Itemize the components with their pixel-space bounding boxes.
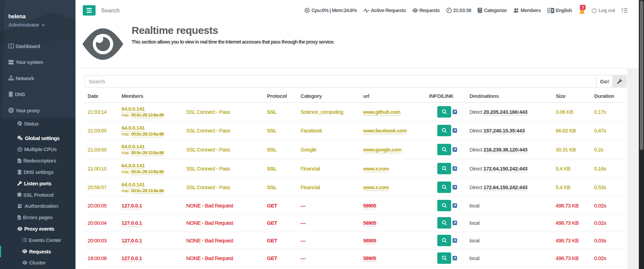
- external-link-button[interactable]: [453, 185, 457, 189]
- external-link-button[interactable]: [453, 166, 457, 171]
- sidebar-item-requests[interactable]: Requests: [0, 246, 75, 257]
- info-search-button[interactable]: [437, 106, 451, 118]
- users-icon: [17, 204, 23, 208]
- sidebar-item-listen-ports[interactable]: Listen ports: [0, 178, 75, 189]
- info-search-button[interactable]: [437, 125, 451, 136]
- member-mac-link[interactable]: 00:0c:29:13:8a:86: [131, 132, 164, 137]
- sidebar-item-your-system[interactable]: Your system: [0, 54, 75, 71]
- external-link-button[interactable]: [453, 147, 457, 152]
- topbar-item-members[interactable]: Members: [513, 8, 541, 13]
- info-search-button[interactable]: [437, 144, 451, 155]
- topbar-item-categorize[interactable]: Categorize: [477, 8, 507, 13]
- url-link[interactable]: 58905: [363, 238, 376, 244]
- sidebar-item-authentication[interactable]: Authentication: [0, 201, 75, 212]
- cell-url: 58905: [360, 197, 426, 214]
- sidebar-item-proxy-events[interactable]: Proxy events: [0, 223, 75, 234]
- cell-size: 498.73 KB: [552, 197, 591, 214]
- member-ip-link[interactable]: 64.0.0.141: [122, 163, 145, 169]
- external-link-button[interactable]: [453, 203, 457, 208]
- url-link[interactable]: www.x.com: [363, 185, 389, 191]
- sidebar-item-network[interactable]: Network: [0, 70, 75, 86]
- url-link[interactable]: 58905: [363, 203, 376, 209]
- topbar-item-active-requests[interactable]: Active Requests: [363, 8, 406, 13]
- member-ip-link[interactable]: 127.0.0.1: [122, 203, 142, 209]
- url-link[interactable]: www.github.com: [363, 109, 400, 115]
- info-search-button[interactable]: [437, 163, 451, 174]
- sidebar-item-your-proxy[interactable]: Your proxy: [0, 102, 75, 119]
- table-search-input[interactable]: [84, 75, 596, 87]
- scrollbar-track[interactable]: [639, 0, 644, 269]
- sidebar-item-dns[interactable]: DNS: [0, 86, 75, 103]
- member-ip-link[interactable]: 64.0.0.141: [122, 106, 145, 112]
- sidebar-item-global-settings[interactable]: Global settings: [0, 132, 75, 144]
- destination-link[interactable]: 172.64.150.242:443: [483, 166, 527, 172]
- member-ip-link[interactable]: 64.0.0.141: [122, 182, 145, 188]
- member-ip-link[interactable]: 64.0.0.141: [122, 143, 145, 150]
- url-link[interactable]: www.google.com: [363, 147, 401, 153]
- external-link-button[interactable]: [453, 256, 457, 260]
- sidebar-item-cluster[interactable]: Cluster: [0, 257, 75, 269]
- info-search-button[interactable]: [437, 182, 451, 193]
- external-link-button[interactable]: [453, 128, 457, 133]
- destination-link[interactable]: 216.239.38.120:443: [483, 147, 527, 153]
- info-search-button[interactable]: [437, 252, 451, 264]
- cell-duration: 0.47s: [591, 121, 627, 140]
- topbar-item-cpu-mem[interactable]: Cpu:0% | Mem:24.6%: [304, 8, 357, 13]
- url-link[interactable]: 58905: [363, 220, 376, 226]
- member-ip-link[interactable]: 64.0.0.141: [122, 125, 145, 131]
- url-link[interactable]: www.x.com: [363, 166, 389, 172]
- topbar-item-requests[interactable]: Requests: [412, 8, 440, 13]
- member-ip-link[interactable]: 127.0.0.1: [122, 220, 142, 226]
- external-link-button[interactable]: [453, 110, 457, 114]
- sidebar-item-errors-pages[interactable]: Errors pages: [0, 212, 75, 223]
- sidebar-item-ssl-protocol[interactable]: SSL Protocol: [0, 189, 75, 201]
- tasks-button[interactable]: [621, 8, 627, 13]
- destination-link[interactable]: 20.205.243.166:443: [483, 109, 527, 115]
- cell-duration: 0.53s: [591, 178, 627, 197]
- go-button[interactable]: Go!: [596, 75, 612, 87]
- member-mac-link[interactable]: 00:0c:29:13:8a:86: [131, 113, 164, 118]
- settings-button[interactable]: [612, 75, 626, 87]
- cell-size: 30.31 KB: [552, 140, 591, 159]
- user-role[interactable]: Administrator: [8, 22, 45, 28]
- external-link-button[interactable]: [453, 238, 457, 243]
- cell-event: SSL Connect - Pass: [183, 178, 263, 197]
- notifications-bell[interactable]: 7: [579, 9, 585, 15]
- member-ip-link[interactable]: 127.0.0.1: [122, 255, 142, 262]
- search-icon: [441, 109, 448, 115]
- sidebar-item-events-center[interactable]: Events Center: [0, 234, 75, 246]
- sidebar-item-status[interactable]: Status: [0, 118, 75, 129]
- topbar-item-language[interactable]: English: [547, 8, 572, 13]
- sidebar-item-filedescriptors[interactable]: filedescriptors: [0, 155, 75, 166]
- info-search-button[interactable]: [437, 200, 451, 211]
- topbar-item-clock[interactable]: 21:03:39: [446, 8, 471, 13]
- menu-toggle-button[interactable]: [83, 5, 96, 16]
- cell-event: NONE - Bad Request: [183, 214, 263, 232]
- caret-down-icon: [42, 25, 45, 26]
- info-search-button[interactable]: [437, 235, 451, 246]
- sidebar-item-dashboard[interactable]: Dashboard: [0, 38, 75, 54]
- member-mac-link[interactable]: 00:0c:29:13:8a:86: [131, 150, 164, 156]
- member-mac-link[interactable]: 00:0c:29:13:8a:86: [131, 169, 164, 175]
- external-link-button[interactable]: [453, 221, 457, 225]
- page-subtitle: This section allows you to view in real …: [132, 39, 334, 45]
- scrollbar-thumb[interactable]: [640, 1, 643, 150]
- destination-link[interactable]: 172.64.150.242:443: [483, 184, 527, 191]
- sidebar-item-multiple-cpus[interactable]: Multiple CPUs: [0, 144, 75, 155]
- info-search-button[interactable]: [437, 217, 451, 229]
- url-link[interactable]: www.facebook.com: [363, 128, 406, 134]
- sidebar-item-label: filedescriptors: [23, 158, 56, 164]
- logout-button[interactable]: Log out: [591, 8, 615, 13]
- member-mac-link[interactable]: 00:0c:29:13:8a:86: [131, 188, 164, 194]
- table-row: 21:00:1064.0.0.141mac: 00:0c:29:13:8a:86…: [84, 159, 627, 178]
- url-link[interactable]: 58905: [363, 256, 376, 262]
- book-icon: [477, 8, 482, 13]
- member-mac: mac: 00:0c:29:13:8a:86: [122, 113, 183, 118]
- sidebar-item-dns-settings[interactable]: DNS settings: [0, 166, 75, 178]
- member-ip-link[interactable]: 127.0.0.1: [122, 238, 142, 244]
- cell-url: www.x.com: [360, 159, 426, 178]
- cell-url: 58905: [360, 214, 426, 232]
- destination-link[interactable]: 157.240.15.35:443: [483, 128, 525, 134]
- cell-protocol: GET: [263, 214, 297, 232]
- topbar-search-input[interactable]: [101, 5, 212, 16]
